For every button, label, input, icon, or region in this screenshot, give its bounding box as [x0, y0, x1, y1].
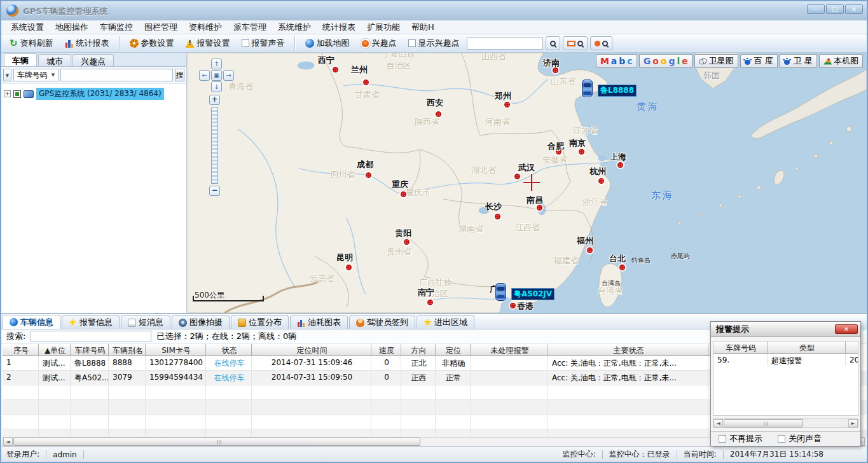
map-provider-satellite-map[interactable]: 卫星图: [694, 54, 738, 68]
tab-vehicle[interactable]: 车辆: [4, 53, 37, 66]
bottom-tab-fuel[interactable]: 油耗图表: [290, 315, 348, 329]
menu-item-2[interactable]: 地图操作: [50, 20, 94, 34]
expand-icon[interactable]: +: [4, 90, 11, 97]
vehicle-filter-input[interactable]: [31, 331, 151, 342]
bottom-tab-message[interactable]: 短消息: [121, 315, 170, 329]
zoom-out-button[interactable]: −: [209, 186, 220, 196]
zoom-in-button[interactable]: +: [209, 95, 220, 105]
menu-item-4[interactable]: 围栏管理: [139, 20, 183, 34]
map-provider-local-map[interactable]: 本机图: [819, 54, 863, 68]
city-marker[interactable]: [504, 102, 510, 107]
menu-item-3[interactable]: 车辆监控: [94, 20, 139, 34]
column-header[interactable]: 主要状态: [548, 344, 708, 356]
alarm-settings-button[interactable]: 报警设置: [181, 36, 235, 51]
bottom-tab-camera[interactable]: 图像拍摄: [172, 315, 230, 329]
pan-right-button[interactable]: →: [223, 70, 234, 81]
menu-item-9[interactable]: 扩展功能: [361, 20, 406, 34]
city-marker[interactable]: [587, 247, 593, 253]
menu-item-10[interactable]: 帮助H: [406, 20, 440, 34]
bottom-tab-star[interactable]: 进出区域: [417, 315, 474, 329]
column-header[interactable]: 方向: [401, 344, 436, 356]
area-search-button[interactable]: [563, 36, 588, 50]
column-header[interactable]: 状态: [206, 344, 252, 356]
alarm-sound-checkbox[interactable]: [242, 39, 249, 47]
column-header[interactable]: 定位: [436, 344, 471, 356]
tree-search-input[interactable]: [60, 69, 173, 81]
mute-sound-checkbox[interactable]: [778, 435, 785, 443]
alarm-hscrollbar[interactable]: ◄ ►: [713, 418, 858, 428]
no-more-prompt-toggle[interactable]: 不再提示: [719, 433, 762, 445]
column-header[interactable]: 车牌号码: [713, 342, 768, 354]
menu-item-6[interactable]: 派车管理: [228, 20, 272, 34]
close-button[interactable]: ×: [845, 4, 863, 14]
pan-up-button[interactable]: ↑: [211, 59, 222, 69]
menu-item-7[interactable]: 系统维护: [272, 20, 317, 34]
show-poi-checkbox[interactable]: [408, 39, 416, 47]
poi-search-button[interactable]: [590, 36, 612, 50]
tab-poi[interactable]: 兴趣点: [72, 54, 114, 66]
toolbar-search-input[interactable]: [467, 38, 543, 50]
stats-report-button[interactable]: 统计报表: [60, 36, 114, 51]
city-marker[interactable]: [427, 300, 433, 305]
city-marker[interactable]: [333, 67, 338, 73]
mute-sound-toggle[interactable]: 关闭声音: [778, 433, 822, 445]
city-marker[interactable]: [363, 79, 369, 85]
scroll-thumb[interactable]: [13, 438, 420, 446]
city-marker[interactable]: [514, 174, 520, 179]
city-marker[interactable]: [404, 239, 410, 245]
city-marker[interactable]: [619, 265, 625, 270]
column-header[interactable]: ▲单位: [39, 344, 71, 356]
column-header[interactable]: 未处理报警: [471, 344, 548, 356]
column-header[interactable]: 类型: [768, 342, 846, 354]
map-canvas[interactable]: 青海省甘肃省宁夏回族自治区山西省陕西省河南省山东省江苏省安徽省湖北省四川省重庆市…: [188, 53, 867, 313]
pan-center-button[interactable]: ▣: [211, 70, 222, 81]
maximize-button[interactable]: □: [826, 4, 844, 14]
bottom-tab-location[interactable]: 位置分布: [231, 315, 289, 329]
tab-city[interactable]: 城市: [38, 54, 71, 66]
scroll-left-icon[interactable]: ◄: [713, 419, 723, 427]
map-provider-mapabc[interactable]: Mabc: [596, 54, 637, 68]
param-settings-button[interactable]: 参数设置: [125, 36, 179, 51]
scroll-left-icon[interactable]: ◄: [3, 438, 13, 446]
city-marker[interactable]: [401, 191, 406, 197]
city-marker[interactable]: [553, 67, 558, 73]
pan-down-button[interactable]: ↓: [211, 81, 222, 92]
pan-left-button[interactable]: ←: [199, 70, 210, 81]
menu-item-1[interactable]: 系统设置: [5, 20, 50, 34]
bottom-tab-lightning[interactable]: 报警信息: [62, 315, 120, 329]
city-marker[interactable]: [436, 111, 441, 117]
map-provider-baidu-map[interactable]: 百 度: [740, 54, 778, 68]
city-marker[interactable]: [366, 172, 371, 178]
bottom-tab-driver[interactable]: 驾驶员签到: [349, 315, 415, 329]
zoom-slider[interactable]: [211, 107, 218, 184]
scroll-thumb[interactable]: [724, 419, 803, 427]
load-map-button[interactable]: 加载地图: [301, 36, 354, 51]
refresh-button[interactable]: ↻ 资料刷新: [5, 36, 58, 51]
tree-search-button[interactable]: 搜: [175, 69, 184, 81]
city-marker[interactable]: [556, 149, 561, 155]
column-header[interactable]: 车牌号码: [71, 344, 109, 356]
city-marker[interactable]: [617, 162, 623, 168]
poi-button[interactable]: 兴趣点: [357, 36, 401, 51]
column-header[interactable]: SIM卡号: [146, 344, 206, 356]
alarm-close-button[interactable]: ✕: [835, 324, 858, 334]
bottom-tab-globe2[interactable]: 车辆信息: [3, 315, 60, 329]
map-provider-google[interactable]: Google: [639, 54, 692, 68]
city-marker[interactable]: [346, 265, 352, 270]
no-more-prompt-checkbox[interactable]: [719, 435, 726, 443]
alarm-popup-titlebar[interactable]: 报警提示 ✕: [711, 322, 860, 337]
city-marker[interactable]: [495, 214, 500, 219]
search-mode-dropdown[interactable]: ▼: [3, 69, 11, 81]
menu-item-8[interactable]: 统计报表: [317, 20, 361, 34]
menu-item-5[interactable]: 资料维护: [183, 20, 228, 34]
search-button[interactable]: [546, 36, 560, 50]
map-provider-baidu-satellite[interactable]: 卫 星: [780, 54, 817, 68]
column-header[interactable]: 时间: [846, 342, 858, 354]
column-header[interactable]: 定位时间: [252, 344, 371, 356]
column-header[interactable]: 序号: [3, 344, 39, 356]
city-marker[interactable]: [537, 205, 542, 211]
column-header[interactable]: 速度: [371, 344, 401, 356]
alarm-sound-toggle[interactable]: 报警声音: [237, 36, 289, 51]
plate-field-combo[interactable]: 车牌号码 ▼: [13, 69, 59, 81]
city-marker[interactable]: [579, 149, 584, 155]
